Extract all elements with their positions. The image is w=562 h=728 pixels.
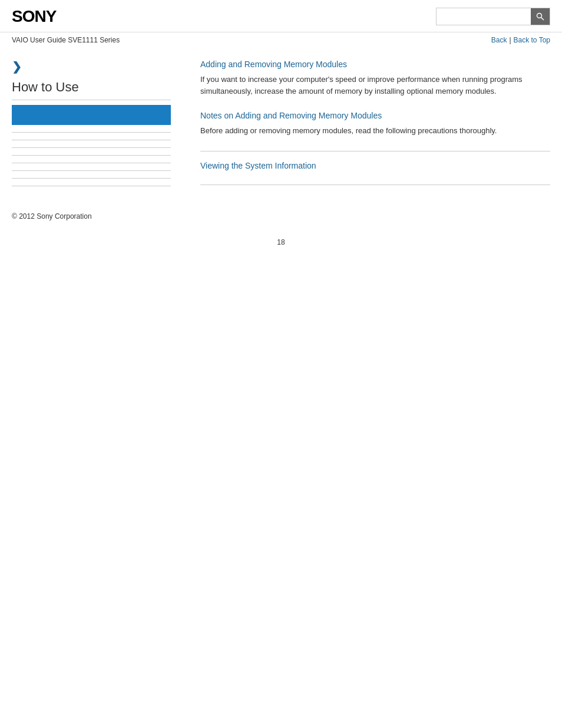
- content-divider-2: [200, 185, 550, 185]
- page-header: SONY: [0, 0, 562, 32]
- content-divider-1: [200, 151, 550, 151]
- copyright-text: © 2012 Sony Corporation: [12, 212, 92, 220]
- nav-links: Back | Back to Top: [491, 36, 550, 44]
- sidebar-divider-2: [12, 140, 171, 140]
- search-icon: [536, 12, 544, 21]
- sidebar-active-item[interactable]: [12, 105, 171, 125]
- nav-bar: VAIO User Guide SVE1111 Series Back | Ba…: [0, 32, 562, 48]
- content-area: Adding and Removing Memory Modules If yo…: [183, 48, 550, 195]
- search-button[interactable]: [531, 8, 550, 25]
- link-system-info[interactable]: Viewing the System Information: [200, 161, 550, 170]
- chevron-container: ❯: [12, 60, 171, 74]
- section-notes-memory: Notes on Adding and Removing Memory Modu…: [200, 111, 550, 137]
- sidebar-divider-3: [12, 147, 171, 148]
- page-number: 18: [0, 226, 562, 258]
- link-notes-memory[interactable]: Notes on Adding and Removing Memory Modu…: [200, 111, 550, 120]
- nav-separator: |: [509, 36, 511, 44]
- sidebar-title: How to Use: [12, 80, 171, 100]
- main-layout: ❯ How to Use Adding and Removing Memory …: [0, 48, 562, 195]
- sidebar-divider-5: [12, 163, 171, 163]
- back-link[interactable]: Back: [491, 36, 507, 44]
- sidebar-divider-8: [12, 186, 171, 186]
- svg-line-1: [541, 18, 544, 21]
- back-to-top-link[interactable]: Back to Top: [514, 36, 550, 44]
- sidebar: ❯ How to Use: [12, 48, 183, 195]
- svg-point-0: [537, 14, 542, 18]
- chevron-icon: ❯: [12, 60, 22, 73]
- guide-title: VAIO User Guide SVE1111 Series: [12, 36, 120, 44]
- text-notes-memory: Before adding or removing memory modules…: [200, 125, 550, 137]
- text-adding-memory: If you want to increase your computer's …: [200, 74, 550, 97]
- section-adding-memory: Adding and Removing Memory Modules If yo…: [200, 60, 550, 97]
- search-container: [436, 8, 550, 25]
- section-system-info: Viewing the System Information: [200, 161, 550, 170]
- footer: © 2012 Sony Corporation: [0, 195, 562, 226]
- sidebar-divider-1: [12, 132, 171, 133]
- link-adding-memory[interactable]: Adding and Removing Memory Modules: [200, 60, 550, 69]
- search-input[interactable]: [437, 8, 531, 25]
- sidebar-divider-6: [12, 170, 171, 171]
- sony-logo: SONY: [12, 7, 56, 26]
- sidebar-divider-4: [12, 155, 171, 156]
- sidebar-divider-7: [12, 178, 171, 179]
